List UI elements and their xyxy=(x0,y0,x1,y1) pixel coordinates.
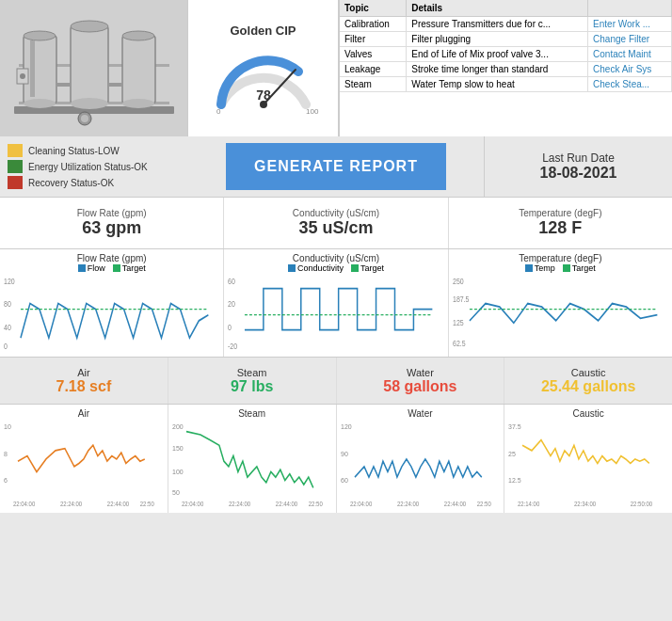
metric-value: 128 F xyxy=(538,218,582,238)
svg-text:22:14:00: 22:14:00 xyxy=(518,500,540,506)
svg-text:22:44:00: 22:44:00 xyxy=(443,500,466,506)
status-indicators: Cleaning Status-LOWEnergy Utilization St… xyxy=(0,136,188,197)
alert-details: End of Life of Mix proof valve 3... xyxy=(407,47,588,62)
svg-text:187.5: 187.5 xyxy=(453,295,470,305)
alert-row: SteamWater Temp slow to heatCheck Stea..… xyxy=(340,77,672,92)
usage-value: 97 lbs xyxy=(231,378,273,395)
svg-text:150: 150 xyxy=(172,443,184,453)
cond-target-label: Target xyxy=(360,263,384,273)
alert-row: CalibrationPressure Transmitters due for… xyxy=(340,17,672,32)
status-item: Cleaning Status-LOW xyxy=(8,144,181,157)
metric-value: 63 gpm xyxy=(82,218,141,238)
svg-text:22:04:00: 22:04:00 xyxy=(13,500,36,506)
svg-text:22:50: 22:50 xyxy=(309,500,323,506)
svg-text:10: 10 xyxy=(4,422,11,432)
water-chart-title: Water xyxy=(341,408,501,419)
alert-action[interactable]: Enter Work ... xyxy=(588,17,672,32)
metric-label: Flow Rate (gpm) xyxy=(77,208,147,218)
metrics-row: Flow Rate (gpm)63 gpmConductivity (uS/cm… xyxy=(0,198,672,249)
metric-card: Temperature (degF)128 F xyxy=(449,198,672,248)
svg-text:22:50:00: 22:50:00 xyxy=(631,500,653,506)
water-chart-area: 120 90 60 22:04:00 22:24:00 22:44:00 22:… xyxy=(341,419,501,509)
alert-topic: Steam xyxy=(340,77,407,92)
svg-text:20: 20 xyxy=(228,300,235,310)
usage-label: Water xyxy=(407,367,434,378)
svg-point-8 xyxy=(71,21,108,32)
svg-point-9 xyxy=(71,98,108,109)
svg-text:6: 6 xyxy=(4,475,8,485)
svg-point-4 xyxy=(24,31,56,40)
col-details: Details xyxy=(407,0,588,17)
caustic-chart-title: Caustic xyxy=(508,408,668,419)
top-section: Golden CIP 0 100 78 Topic xyxy=(0,0,672,136)
svg-text:100: 100 xyxy=(172,467,184,476)
flow-rate-chart: Flow Rate (gpm) Flow Target 120 80 40 0 xyxy=(0,249,224,357)
usage-value: 7.18 scf xyxy=(56,378,112,395)
svg-text:22:04:00: 22:04:00 xyxy=(182,500,204,506)
generate-report-button[interactable]: GENERATE REPORT xyxy=(226,143,446,190)
temperature-legend: Temp Target xyxy=(453,263,668,273)
svg-text:200: 200 xyxy=(172,422,184,432)
temperature-title: Temperature (degF) xyxy=(453,253,668,263)
temperature-chart-area: 250 187.5 125 62.5 22:33:00 22:38:00 22:… xyxy=(453,275,668,353)
alert-details: Filter plugging xyxy=(407,32,588,47)
conductivity-chart: Conductivity (uS/cm) Conductivity Target… xyxy=(224,249,448,357)
svg-text:22:50: 22:50 xyxy=(140,500,154,506)
status-dot xyxy=(8,160,23,173)
alert-action[interactable]: Change Filter xyxy=(588,32,672,47)
usage-card: Steam97 lbs xyxy=(168,358,337,404)
svg-point-12 xyxy=(122,99,154,108)
alert-action[interactable]: Contact Maint xyxy=(588,47,672,62)
svg-point-11 xyxy=(122,31,154,40)
svg-text:78: 78 xyxy=(256,88,271,103)
last-run-label: Last Run Date xyxy=(542,151,615,165)
flow-dot xyxy=(78,264,86,272)
conductivity-title: Conductivity (uS/cm) xyxy=(228,253,443,263)
svg-text:0: 0 xyxy=(4,342,8,352)
status-item: Energy Utilization Status-OK xyxy=(8,160,181,173)
svg-text:8: 8 xyxy=(4,449,8,458)
usage-row: Air7.18 scfSteam97 lbsWater58 gallonsCau… xyxy=(0,358,672,405)
alert-topic: Leakage xyxy=(340,62,407,77)
svg-text:50: 50 xyxy=(172,488,180,498)
metric-label: Conductivity (uS/cm) xyxy=(293,208,379,218)
target-label: Target xyxy=(122,263,146,273)
alert-action[interactable]: Check Stea... xyxy=(588,77,672,92)
usage-label: Air xyxy=(77,367,89,378)
svg-text:22:24:00: 22:24:00 xyxy=(396,500,419,506)
temp-label: Temp xyxy=(535,263,555,273)
alert-row: LeakageStroke time longer than standardC… xyxy=(340,62,672,77)
temp-legend-temp: Temp xyxy=(525,263,555,273)
alerts-table: Topic Details CalibrationPressure Transm… xyxy=(339,0,672,136)
svg-point-16 xyxy=(20,73,25,79)
alert-row: FilterFilter pluggingChange Filter xyxy=(340,32,672,47)
svg-text:125: 125 xyxy=(453,318,464,327)
svg-text:62.5: 62.5 xyxy=(453,339,466,348)
flow-rate-title: Flow Rate (gpm) xyxy=(4,253,219,263)
gauge-section: Golden CIP 0 100 78 xyxy=(188,0,339,136)
flow-legend-flow: Flow xyxy=(78,263,105,273)
usage-label: Steam xyxy=(237,367,267,378)
main-container: Golden CIP 0 100 78 Topic xyxy=(0,0,672,621)
svg-text:22:44:00: 22:44:00 xyxy=(107,500,130,506)
alert-details: Water Temp slow to heat xyxy=(407,77,588,92)
generate-btn-area: GENERATE REPORT xyxy=(188,136,484,197)
top-charts-row: Flow Rate (gpm) Flow Target 120 80 40 0 xyxy=(0,249,672,358)
machine-image xyxy=(0,0,188,136)
conductivity-chart-area: 60 20 0 -20 22:33:00 22:37:00 22:41:00 2… xyxy=(228,275,443,353)
temperature-chart: Temperature (degF) Temp Target 250 187.5… xyxy=(449,249,672,357)
status-dot xyxy=(8,176,23,189)
last-run-section: Last Run Date 18-08-2021 xyxy=(484,136,672,197)
steam-chart: Steam 200 150 100 50 22:04:00 22:24:00 2… xyxy=(168,405,337,513)
svg-text:90: 90 xyxy=(341,449,348,458)
flow-legend-target: Target xyxy=(113,263,146,273)
svg-text:-20: -20 xyxy=(228,342,238,352)
alert-action[interactable]: Check Air Sys xyxy=(588,62,672,77)
usage-card: Air7.18 scf xyxy=(0,358,168,404)
status-label: Recovery Status-OK xyxy=(28,178,114,188)
alert-topic: Calibration xyxy=(340,17,407,32)
svg-text:80: 80 xyxy=(4,300,11,310)
last-run-date: 18-08-2021 xyxy=(540,165,617,182)
temp-target-label: Target xyxy=(572,263,596,273)
svg-text:0: 0 xyxy=(216,107,221,114)
